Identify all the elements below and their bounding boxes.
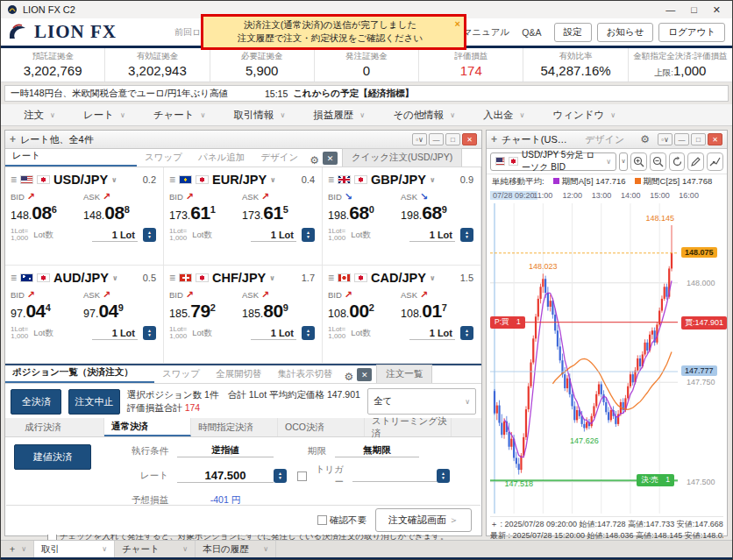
menu-item-0[interactable]: 注文∨ — [10, 109, 69, 122]
trendline-tool-icon[interactable] — [707, 152, 723, 171]
add-tab-button[interactable]: ＋∨ — [1, 541, 34, 557]
trigger-checkbox[interactable] — [297, 471, 307, 481]
link-add-panel[interactable]: パネル追加 — [190, 149, 253, 167]
chevron-down-icon[interactable]: ∨ — [112, 274, 118, 282]
tab-swap[interactable]: スワップ — [137, 149, 190, 167]
ask-quote[interactable]: ASK↗148.088 — [83, 191, 156, 223]
lot-stepper[interactable]: ▲▼ — [460, 228, 473, 242]
expiry-value[interactable]: 無期限 — [335, 444, 419, 457]
ask-quote[interactable]: ASK↗108.017 — [401, 289, 473, 322]
panel-minimize-button[interactable]: — — [429, 133, 444, 145]
rate-tile-CHF-JPY[interactable]: ≡CHF/JPY∨1.7BID↗185.792ASK↗185.8091Lot=1… — [164, 266, 323, 364]
drag-handle-icon[interactable]: ≡ — [11, 272, 17, 284]
menu-item-2[interactable]: チャート∨ — [139, 109, 220, 122]
chevron-down-icon[interactable]: ∨ — [430, 274, 436, 282]
header-button-1[interactable]: お知らせ — [597, 23, 654, 42]
pair-filter-select[interactable]: 全て ∨ — [367, 388, 476, 415]
tab-rate[interactable]: レート — [5, 147, 137, 167]
close-all-button[interactable]: 全決済 — [11, 389, 61, 415]
zoom-out-icon[interactable] — [650, 152, 666, 171]
cancel-order-button[interactable]: 注文中止 — [68, 389, 119, 415]
panel-close-button[interactable]: ✕ — [462, 133, 477, 145]
link-design[interactable]: デザイン — [577, 131, 632, 149]
close-type-tab-OCO決済[interactable]: OCO決済 — [278, 418, 365, 436]
chart-options-caret[interactable]: ∨ — [619, 152, 628, 171]
panel-maximize-button[interactable]: □ — [445, 133, 460, 145]
chevron-down-icon[interactable]: ∨ — [269, 274, 275, 282]
drag-handle-icon[interactable]: ≡ — [328, 272, 334, 284]
lot-input[interactable]: 1 Lot — [409, 230, 455, 242]
ask-quote[interactable]: ASK↗97.049 — [83, 289, 156, 322]
drag-handle-icon[interactable]: ≡ — [328, 174, 334, 186]
link-expand-toggle[interactable]: 全展開切替 — [208, 365, 270, 383]
drag-handle-icon[interactable]: ≡ — [169, 174, 175, 186]
close-type-tab-通常決済[interactable]: 通常決済 — [104, 418, 191, 436]
ask-quote[interactable]: ASK↗173.615 — [242, 191, 315, 223]
order-confirm-button[interactable]: 注文確認画面 ＞ — [375, 508, 472, 532]
gear-icon[interactable]: ⚙ — [340, 371, 357, 383]
link-aggregate-toggle[interactable]: 集計表示切替 — [269, 365, 340, 383]
breakeven-close-button[interactable]: 建値決済 — [14, 444, 91, 470]
alert-close-icon[interactable]: × — [455, 18, 460, 31]
rate-stepper[interactable]: ▲▼ — [274, 469, 287, 483]
header-button-0[interactable]: 設定 — [554, 23, 592, 42]
lot-input[interactable]: 1 Lot — [92, 328, 138, 340]
dock-menu-button[interactable]: ▫∨ — [412, 133, 427, 145]
header-button-2[interactable]: ログアウト — [658, 23, 725, 42]
menu-item-7[interactable]: ウィンドウ∨ — [538, 109, 630, 122]
lot-stepper[interactable]: ▲▼ — [143, 326, 156, 340]
bid-quote[interactable]: BID↗148.086 — [11, 191, 83, 223]
lot-input[interactable]: 1 Lot — [251, 328, 296, 340]
ask-quote[interactable]: ASK↘198.689 — [401, 191, 473, 223]
menu-item-5[interactable]: その他情報∨ — [379, 109, 469, 122]
menu-item-6[interactable]: 入出金∨ — [469, 109, 538, 122]
rate-tile-AUD-JPY[interactable]: ≡AUD/JPY∨0.5BID↗97.044ASK↗97.0491Lot=1,0… — [5, 266, 164, 364]
move-icon[interactable]: + — [10, 133, 16, 145]
chevron-down-icon[interactable]: ∨ — [111, 176, 117, 184]
panel-minimize-button[interactable]: — — [674, 133, 689, 145]
lot-stepper[interactable]: ▲▼ — [460, 326, 473, 340]
bid-quote[interactable]: BID↗97.044 — [11, 289, 83, 322]
move-icon[interactable]: + — [491, 133, 497, 145]
news-ticker[interactable]: 一時148円台、米欧関税合意でユーロ/円1年ぶり高値 15:15 これからの予定… — [4, 85, 729, 102]
taskbar-tab-チャート[interactable]: チャート∨ — [115, 541, 196, 557]
close-tab-icon[interactable]: ✕ — [323, 152, 338, 165]
bid-quote[interactable]: BID↗108.002 — [328, 289, 401, 322]
bid-quote[interactable]: BID↗173.611 — [169, 191, 242, 223]
skip-confirm-checkbox[interactable] — [317, 515, 327, 525]
taskbar-tab-本日の履歴[interactable]: 本日の履歴∨ — [196, 541, 276, 557]
panel-maximize-button[interactable]: □ — [691, 133, 706, 145]
zoom-in-icon[interactable] — [630, 152, 647, 171]
taskbar-tab-取引[interactable]: 取引∨ — [34, 541, 115, 557]
close-type-tab-成行決済[interactable]: 成行決済 — [18, 418, 104, 436]
close-tab-icon[interactable]: ✕ — [357, 368, 372, 381]
chart-symbol-select[interactable]: USD/JPY 5分足 ローソク BID ∨ — [490, 152, 616, 171]
link-design[interactable]: デザイン — [253, 149, 306, 167]
exec-condition-value[interactable]: 逆指値 — [177, 444, 274, 457]
close-button[interactable]: ✕ — [713, 4, 721, 16]
minimize-button[interactable]: — — [665, 4, 675, 16]
maximize-button[interactable]: □ — [691, 4, 697, 16]
trigger-input[interactable] — [352, 471, 437, 482]
lot-stepper[interactable]: ▲▼ — [302, 326, 315, 340]
drag-handle-icon[interactable]: ≡ — [11, 174, 17, 186]
menu-item-1[interactable]: レート∨ — [69, 109, 139, 122]
pencil-icon[interactable] — [687, 152, 704, 171]
gear-icon[interactable]: ⚙ — [306, 154, 323, 167]
gear-icon[interactable]: ⚙ — [637, 133, 653, 145]
tab-quick-order[interactable]: クイック注文(USD/JPY) — [342, 148, 462, 167]
lot-stepper[interactable]: ▲▼ — [302, 228, 315, 242]
trigger-stepper[interactable]: ▲▼ — [437, 469, 450, 483]
header-link-2[interactable]: Q&A — [522, 27, 541, 38]
lot-input[interactable]: 1 Lot — [92, 230, 138, 242]
bid-quote[interactable]: BID↘198.680 — [328, 191, 401, 223]
rate-tile-EUR-JPY[interactable]: ≡EUR/JPY∨0.4BID↗173.611ASK↗173.6151Lot=1… — [164, 167, 323, 266]
close-type-tab-ストリーミング決済[interactable]: ストリーミング決済 — [365, 418, 452, 436]
bid-quote[interactable]: BID↗185.792 — [169, 289, 242, 322]
menu-item-4[interactable]: 損益履歴∨ — [299, 109, 379, 122]
lot-input[interactable]: 1 Lot — [409, 328, 455, 340]
rate-tile-GBP-JPY[interactable]: ≡GBP/JPY∨0.9BID↘198.680ASK↘198.6891Lot=1… — [323, 167, 481, 266]
lot-input[interactable]: 1 Lot — [251, 230, 296, 242]
ask-quote[interactable]: ASK↗185.809 — [242, 289, 315, 322]
drag-handle-icon[interactable]: ≡ — [169, 272, 175, 284]
